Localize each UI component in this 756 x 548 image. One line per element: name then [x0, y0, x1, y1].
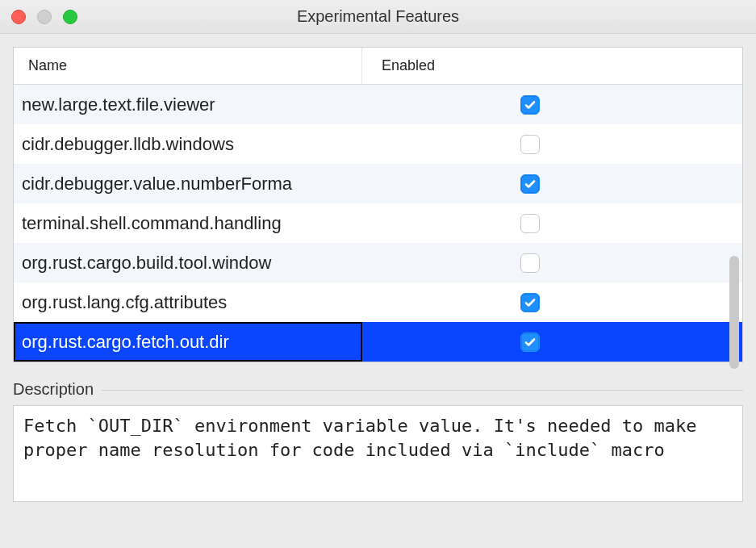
table-row[interactable]: cidr.debugger.value.numberForma	[14, 164, 742, 203]
zoom-icon[interactable]	[63, 10, 77, 24]
feature-enabled-cell	[362, 85, 742, 124]
feature-name: cidr.debugger.value.numberForma	[14, 164, 362, 203]
enabled-checkbox[interactable]	[520, 174, 540, 194]
scrollbar-thumb[interactable]	[729, 256, 739, 369]
table-row[interactable]: org.rust.cargo.build.tool.window	[14, 243, 742, 282]
feature-enabled-cell	[362, 322, 742, 362]
enabled-checkbox[interactable]	[520, 214, 540, 233]
feature-name: org.rust.cargo.fetch.out.dir	[14, 322, 362, 362]
column-header-enabled[interactable]: Enabled	[362, 48, 742, 84]
table-row[interactable]: cidr.debugger.lldb.windows	[14, 124, 742, 164]
enabled-checkbox[interactable]	[520, 253, 540, 273]
table-row[interactable]: new.large.text.file.viewer	[14, 85, 742, 124]
feature-name: org.rust.cargo.build.tool.window	[14, 243, 362, 282]
table-row[interactable]: org.rust.lang.cfg.attributes	[14, 282, 742, 322]
table-body: new.large.text.file.viewercidr.debugger.…	[14, 85, 742, 362]
enabled-checkbox[interactable]	[520, 135, 540, 154]
feature-enabled-cell	[362, 124, 742, 164]
enabled-checkbox[interactable]	[520, 95, 540, 115]
table-header: Name Enabled	[14, 48, 742, 85]
description-label: Description	[13, 380, 102, 399]
column-header-name[interactable]: Name	[14, 48, 362, 84]
content: Name Enabled new.large.text.file.viewerc…	[0, 34, 756, 508]
feature-enabled-cell	[362, 243, 742, 282]
minimize-icon[interactable]	[37, 10, 52, 24]
table-row[interactable]: org.rust.cargo.fetch.out.dir	[14, 322, 742, 362]
window-controls	[11, 10, 77, 24]
feature-name: terminal.shell.command.handling	[14, 203, 362, 243]
feature-name: cidr.debugger.lldb.windows	[14, 124, 362, 164]
feature-enabled-cell	[362, 164, 742, 203]
enabled-checkbox[interactable]	[520, 293, 540, 312]
feature-name: new.large.text.file.viewer	[14, 85, 362, 124]
feature-enabled-cell	[362, 282, 742, 322]
features-table: Name Enabled new.large.text.file.viewerc…	[13, 47, 743, 362]
window-title: Experimental Features	[297, 7, 459, 26]
feature-enabled-cell	[362, 203, 742, 243]
enabled-checkbox[interactable]	[520, 333, 540, 352]
feature-name: org.rust.lang.cfg.attributes	[14, 282, 362, 322]
description-text: Fetch `OUT_DIR` environment variable val…	[13, 405, 743, 502]
divider	[102, 390, 743, 391]
titlebar: Experimental Features	[0, 0, 756, 34]
close-icon[interactable]	[11, 10, 26, 24]
table-row[interactable]: terminal.shell.command.handling	[14, 203, 742, 243]
description-group: Description Fetch `OUT_DIR` environment …	[13, 380, 743, 502]
